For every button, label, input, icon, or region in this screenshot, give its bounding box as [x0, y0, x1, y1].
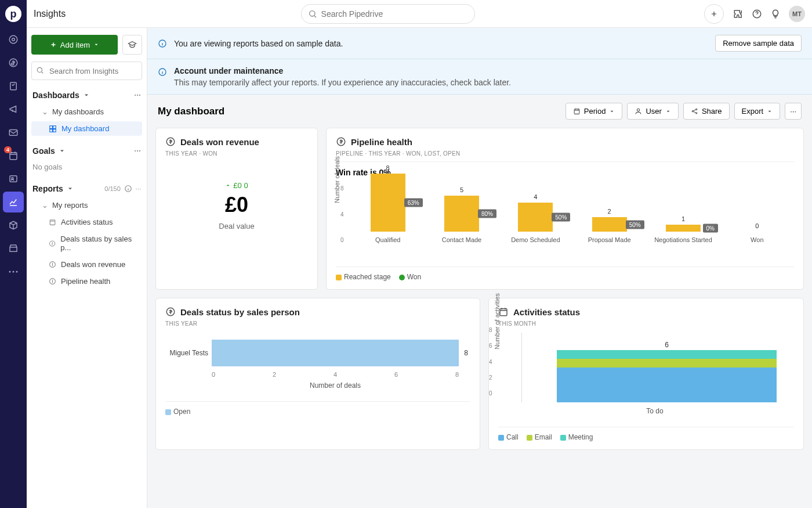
reports-more[interactable]: ···: [136, 185, 141, 192]
search-input[interactable]: [301, 4, 475, 24]
chevron-down-icon: [83, 92, 90, 99]
maintenance-banner: Account under maintenance This may tempo…: [147, 59, 812, 95]
svg-point-29: [696, 113, 697, 114]
sidebar-item-my-dashboard[interactable]: My dashboard: [31, 121, 142, 136]
currency-icon: [49, 261, 56, 268]
search-icon: [36, 66, 44, 74]
insights-search-input[interactable]: [31, 62, 142, 80]
calendar-icon: [49, 218, 56, 226]
period-button[interactable]: Period: [566, 103, 623, 120]
export-button[interactable]: Export: [734, 103, 781, 120]
nav-rail: p 4: [0, 0, 27, 508]
logo-icon[interactable]: p: [5, 6, 21, 22]
dashboard-more-button[interactable]: ···: [785, 103, 802, 120]
svg-point-26: [637, 109, 640, 111]
sample-banner-text: You are viewing reports based on sample …: [174, 39, 708, 48]
svg-point-10: [16, 271, 18, 273]
dashboards-label: Dashboards: [32, 91, 79, 100]
svg-rect-33: [500, 309, 507, 316]
info-icon[interactable]: [124, 185, 132, 193]
chevron-down-icon: [67, 185, 74, 192]
help-icon[interactable]: [752, 9, 762, 19]
info-icon: [158, 67, 167, 77]
kpi-label: Deal value: [165, 222, 308, 230]
dashboard-title: My dashboard: [158, 106, 224, 117]
svg-rect-15: [53, 125, 56, 128]
maint-title: Account under maintenance: [174, 66, 802, 75]
nav-mail[interactable]: [3, 122, 24, 143]
topbar: Insights MT: [27, 0, 812, 28]
deals-status-chart: Miguel Tests 8 02468 Number of deals: [165, 327, 470, 395]
svg-point-28: [696, 109, 697, 110]
report-pipeline-health[interactable]: Pipeline health: [31, 274, 142, 289]
reports-section[interactable]: Reports 0/150 ···: [31, 182, 142, 196]
info-icon: [158, 39, 167, 48]
activities-chart: Number of activities 02468 6 To do: [498, 327, 794, 421]
pipeline-health-card[interactable]: Pipeline health PIPELINE · THIS YEAR · W…: [326, 128, 804, 290]
activities-status-card[interactable]: Activities status THIS MONTH Number of a…: [488, 298, 804, 450]
currency-icon: [165, 136, 176, 147]
svg-point-9: [13, 271, 14, 273]
search-icon: [308, 9, 317, 19]
report-deals-status[interactable]: Deals status by sales p...: [31, 232, 142, 255]
currency-icon: [336, 136, 346, 147]
nav-projects[interactable]: [3, 75, 24, 96]
goals-label: Goals: [32, 146, 55, 156]
svg-point-13: [37, 67, 42, 72]
page-title: Insights: [34, 9, 66, 19]
svg-rect-17: [53, 129, 56, 132]
no-goals-text: No goals: [31, 160, 142, 174]
nav-deals[interactable]: [3, 52, 24, 73]
svg-point-1: [12, 38, 15, 41]
svg-rect-14: [50, 125, 53, 128]
academy-button[interactable]: [122, 35, 142, 55]
report-activities-status[interactable]: Activities status: [31, 215, 142, 229]
chevron-down-icon: [59, 147, 66, 154]
nav-contacts[interactable]: [3, 168, 24, 189]
goals-more[interactable]: ···: [134, 146, 141, 156]
share-button[interactable]: Share: [683, 103, 730, 120]
main: Insights MT Add item: [27, 0, 812, 508]
dashboards-more[interactable]: ···: [134, 91, 141, 100]
reports-label: Reports: [32, 184, 63, 193]
nav-products[interactable]: [3, 215, 24, 236]
content: You are viewing reports based on sample …: [147, 28, 812, 508]
dashboards-section[interactable]: Dashboards ···: [31, 88, 142, 102]
dashboard-header: My dashboard Period User Share Export ··…: [147, 95, 812, 128]
dashboard-icon: [49, 125, 57, 133]
nav-leads[interactable]: [3, 29, 24, 50]
sample-data-banner: You are viewing reports based on sample …: [147, 28, 812, 59]
add-item-label: Add item: [60, 41, 90, 49]
pipeline-bar-chart: Number of deals 840 863%Qualified580%Con…: [351, 185, 794, 261]
user-button[interactable]: User: [627, 103, 678, 120]
nav-badge: 4: [4, 146, 12, 153]
avatar[interactable]: MT: [789, 6, 805, 22]
deals-won-revenue-card[interactable]: Deals won revenue THIS YEAR · WON £0 0 £…: [155, 128, 318, 290]
bulb-icon[interactable]: [770, 9, 781, 19]
svg-point-0: [9, 35, 17, 44]
svg-rect-19: [50, 220, 55, 225]
add-item-button[interactable]: Add item: [31, 35, 118, 55]
my-reports-folder[interactable]: ⌄My reports: [31, 198, 142, 212]
remove-sample-data-button[interactable]: Remove sample data: [715, 35, 802, 52]
currency-icon: [49, 278, 56, 285]
maint-sub: This may temporarily affect your reports…: [174, 78, 802, 87]
nav-marketplace[interactable]: [3, 238, 24, 259]
nav-insights[interactable]: [3, 192, 24, 212]
currency-icon: [49, 240, 56, 247]
svg-point-27: [692, 110, 693, 111]
puzzle-icon[interactable]: [733, 9, 744, 19]
deals-status-card[interactable]: Deals status by sales person THIS YEAR M…: [155, 298, 480, 450]
add-button[interactable]: [704, 4, 724, 24]
nav-more[interactable]: [3, 261, 24, 282]
sidebar: Add item Dashboards ··· ⌄My dashboards M…: [27, 28, 147, 508]
goals-section[interactable]: Goals ···: [31, 144, 142, 158]
nav-activities[interactable]: 4: [3, 145, 24, 166]
nav-campaigns[interactable]: [3, 99, 24, 120]
share-icon: [691, 107, 698, 115]
user-icon: [635, 107, 642, 115]
svg-rect-5: [10, 153, 17, 160]
my-dashboards-folder[interactable]: ⌄My dashboards: [31, 105, 142, 119]
report-deals-won-revenue[interactable]: Deals won revenue: [31, 257, 142, 272]
svg-rect-25: [574, 109, 579, 114]
